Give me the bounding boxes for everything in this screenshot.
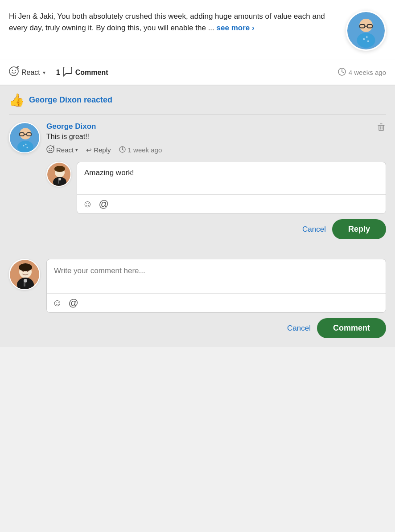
comment-section: George Dixon This is great!! <box>0 115 395 255</box>
bottom-user-avatar <box>9 259 40 290</box>
svg-point-19 <box>20 128 31 139</box>
commenter-avatar <box>9 122 40 153</box>
svg-line-13 <box>18 69 19 69</box>
comment-timestamp: 1 week ago <box>119 146 162 154</box>
bottom-toolbar: ☺ @ <box>47 293 386 312</box>
comment-label: Comment <box>75 69 108 77</box>
svg-point-50 <box>24 279 27 282</box>
svg-point-1 <box>359 19 373 32</box>
reply-box-wrapper: ☺ @ <box>46 162 386 214</box>
bottom-at-icon[interactable]: @ <box>68 297 78 309</box>
reactions-section: 👍 George Dixon reacted <box>0 86 395 115</box>
svg-point-42 <box>54 166 65 172</box>
svg-point-8 <box>367 40 369 42</box>
svg-rect-35 <box>379 125 383 131</box>
comment-react-button[interactable]: React ▾ <box>46 145 78 155</box>
reply-arrow-icon: ↩ <box>86 146 92 154</box>
svg-rect-51 <box>24 282 25 286</box>
reply-cancel-button[interactable]: Cancel <box>302 225 326 234</box>
reply-toolbar: ☺ @ <box>77 194 386 213</box>
bottom-buttons: Cancel Comment <box>46 318 386 338</box>
comment-react-label: React <box>56 146 74 154</box>
svg-point-23 <box>17 141 33 153</box>
comment-submit-button[interactable]: Comment <box>317 318 386 338</box>
reply-area: ☺ @ Cancel Reply <box>46 162 386 239</box>
comment-actions: React ▾ ↩ Reply <box>46 145 376 155</box>
react-smiley-icon <box>46 145 54 155</box>
reply-input-container: ☺ @ <box>77 162 386 214</box>
clock-icon <box>338 68 346 77</box>
see-more-link[interactable]: see more › <box>217 24 255 32</box>
svg-point-7 <box>366 36 368 38</box>
action-bar: React ▾ 1 Comment 4 weeks ago <box>0 60 395 86</box>
comment-time-label: 1 week ago <box>128 146 162 154</box>
react-button[interactable]: React ▾ <box>9 66 45 78</box>
clock-comment-icon <box>119 146 126 154</box>
time-ago: 4 weeks ago <box>338 68 386 77</box>
comment-user-name[interactable]: George Dixon <box>46 122 376 131</box>
react-label: React <box>21 69 40 77</box>
post-content: Hi Jen & Jaki, You both absolutely crush… <box>9 12 325 32</box>
svg-rect-45 <box>58 180 59 184</box>
svg-point-29 <box>51 148 52 149</box>
comment-reply-button[interactable]: ↩ Reply <box>86 146 111 154</box>
svg-point-10 <box>12 70 13 71</box>
reply-user-avatar <box>46 162 71 187</box>
chevron-down-icon: ▾ <box>43 70 45 76</box>
reply-at-icon[interactable]: @ <box>99 198 108 210</box>
bottom-emoji-icon[interactable]: ☺ <box>52 297 62 309</box>
reply-buttons: Cancel Reply <box>46 219 386 239</box>
reaction-user-name[interactable]: George Dixon reacted <box>29 95 112 105</box>
svg-line-34 <box>122 149 123 150</box>
svg-point-48 <box>19 263 32 271</box>
reply-text-input[interactable] <box>77 162 386 192</box>
comment-reply-label: Reply <box>94 146 111 154</box>
bottom-comment-area: ☺ @ Cancel Comment <box>0 255 395 347</box>
svg-point-5 <box>357 33 375 48</box>
time-ago-label: 4 weeks ago <box>349 69 386 76</box>
svg-point-24 <box>23 145 25 147</box>
react-icon <box>9 66 19 78</box>
svg-point-53 <box>27 271 29 272</box>
post-author-avatar <box>346 11 386 51</box>
svg-point-9 <box>9 67 18 76</box>
bottom-input-container: ☺ @ <box>46 259 386 313</box>
reaction-emoji: 👍 <box>9 93 25 107</box>
svg-point-25 <box>25 144 27 145</box>
comment-text: This is great!! <box>46 133 376 141</box>
reaction-header: 👍 George Dixon reacted <box>9 93 386 115</box>
svg-line-17 <box>342 72 344 73</box>
chat-icon <box>63 67 73 78</box>
comment-body: George Dixon This is great!! <box>46 122 386 155</box>
svg-point-26 <box>27 147 28 148</box>
post-text: Hi Jen & Jaki, You both absolutely crush… <box>9 11 339 33</box>
svg-point-6 <box>363 38 365 40</box>
svg-point-28 <box>49 148 50 149</box>
svg-point-11 <box>15 70 16 71</box>
bottom-comment-input[interactable] <box>47 259 386 291</box>
top-post: Hi Jen & Jaki, You both absolutely crush… <box>0 0 395 60</box>
comment-count-button[interactable]: 1 Comment <box>56 67 108 78</box>
comment-item: George Dixon This is great!! <box>9 122 386 155</box>
svg-point-52 <box>23 271 24 272</box>
reply-submit-button[interactable]: Reply <box>332 219 386 239</box>
delete-comment-button[interactable] <box>376 122 386 134</box>
comment-cancel-button[interactable]: Cancel <box>287 324 311 333</box>
reply-emoji-icon[interactable]: ☺ <box>82 198 92 210</box>
svg-line-30 <box>53 146 54 147</box>
comment-number: 1 <box>56 69 60 77</box>
chevron-react-icon: ▾ <box>75 147 78 153</box>
bottom-input-wrapper: ☺ @ Cancel Comment <box>46 259 386 338</box>
svg-line-31 <box>53 147 54 147</box>
